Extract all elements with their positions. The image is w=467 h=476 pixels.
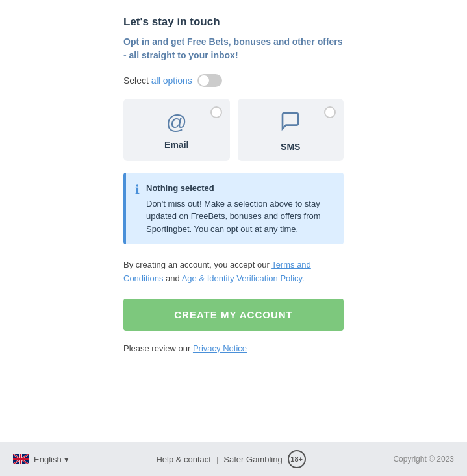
email-label: Email bbox=[164, 140, 188, 150]
email-radio[interactable] bbox=[210, 106, 222, 118]
age-badge: 18+ bbox=[288, 450, 306, 468]
privacy-text: Please review our Privacy Notice bbox=[123, 344, 344, 353]
language-label: English bbox=[34, 455, 62, 464]
safer-gambling-link[interactable]: Safer Gambling bbox=[223, 455, 282, 464]
footer-language-section: English ▾ bbox=[13, 454, 69, 464]
footer-separator: | bbox=[216, 455, 218, 464]
age-verification-link[interactable]: Age & Identity Verification Policy. bbox=[182, 273, 305, 283]
section-description: Opt in and get Free Bets, bonuses and ot… bbox=[123, 35, 344, 62]
section-title: Let's stay in touch bbox=[123, 16, 344, 29]
info-title: Nothing selected bbox=[146, 182, 334, 195]
email-option-card[interactable]: @ Email bbox=[123, 99, 230, 161]
info-text: Nothing selected Don't miss out! Make a … bbox=[146, 182, 334, 235]
communication-options-row: @ Email SMS bbox=[123, 99, 344, 161]
select-all-toggle[interactable] bbox=[197, 74, 222, 87]
help-contact-link[interactable]: Help & contact bbox=[156, 455, 211, 464]
email-icon: @ bbox=[166, 110, 187, 134]
footer-copyright: Copyright © 2023 bbox=[393, 455, 454, 464]
info-icon: ℹ bbox=[135, 182, 140, 197]
terms-text: By creating an account, you accept our T… bbox=[123, 258, 344, 286]
sms-icon bbox=[280, 110, 301, 136]
info-message: Don't miss out! Make a selection above t… bbox=[146, 199, 321, 234]
sms-option-card[interactable]: SMS bbox=[238, 99, 344, 161]
language-selector[interactable]: English ▾ bbox=[34, 455, 69, 464]
create-account-button[interactable]: CREATE MY ACCOUNT bbox=[123, 299, 344, 331]
select-all-label: Select all options bbox=[123, 75, 192, 86]
footer-links: Help & contact | Safer Gambling 18+ bbox=[156, 450, 305, 468]
footer: English ▾ Help & contact | Safer Gamblin… bbox=[0, 442, 467, 476]
sms-label: SMS bbox=[281, 142, 300, 152]
sms-radio[interactable] bbox=[324, 106, 336, 118]
uk-flag-icon bbox=[13, 454, 29, 464]
select-all-row: Select all options bbox=[123, 74, 344, 87]
info-box: ℹ Nothing selected Don't miss out! Make … bbox=[123, 173, 344, 244]
privacy-notice-link[interactable]: Privacy Notice bbox=[193, 344, 247, 353]
chevron-down-icon: ▾ bbox=[64, 455, 69, 464]
